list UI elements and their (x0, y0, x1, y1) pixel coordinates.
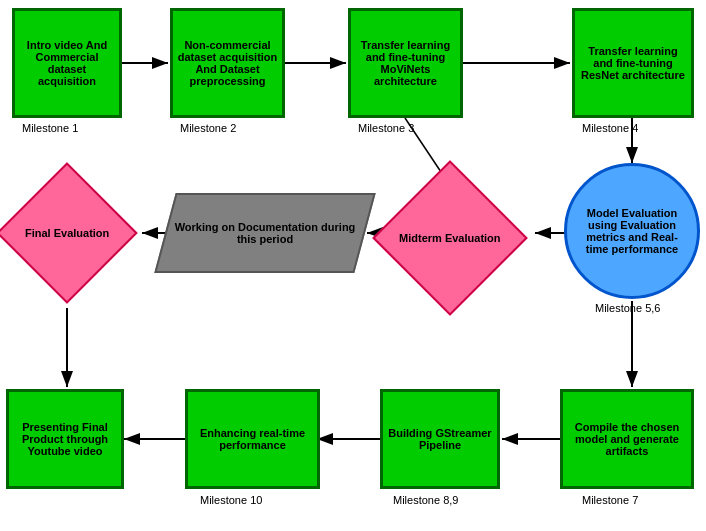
milestone1-label: Intro video And Commercial dataset acqui… (19, 39, 115, 87)
milestone7-label: Compile the chosen model and generate ar… (567, 421, 687, 457)
documentation-label: Working on Documentation during this per… (167, 221, 363, 245)
diagram: Intro video And Commercial dataset acqui… (0, 0, 706, 531)
milestone4-label: Transfer learning and fine-tuning ResNet… (579, 45, 687, 81)
milestone1-label-text: Milestone 1 (22, 122, 78, 134)
milestone3-label-text: Milestone 3 (358, 122, 414, 134)
milestone4-box: Transfer learning and fine-tuning ResNet… (572, 8, 694, 118)
milestone-present-label: Presenting Final Product through Youtube… (13, 421, 117, 457)
milestone-present-box: Presenting Final Product through Youtube… (6, 389, 124, 489)
milestone7-label-text: Milestone 7 (582, 494, 638, 506)
documentation-parallelogram: Working on Documentation during this per… (154, 193, 375, 273)
milestone1-box: Intro video And Commercial dataset acqui… (12, 8, 122, 118)
milestone3-label: Transfer learning and fine-tuning MoViNe… (355, 39, 456, 87)
final-evaluation-diamond: Final Evaluation (0, 162, 138, 303)
final-eval-label: Final Evaluation (23, 225, 111, 241)
milestone10-label-text: Milestone 10 (200, 494, 262, 506)
milestone89-box: Building GStreamer Pipeline (380, 389, 500, 489)
midterm-evaluation-diamond: Midterm Evaluation (372, 160, 528, 316)
milestone2-label: Non-commercial dataset acquisition And D… (177, 39, 278, 87)
model-evaluation-circle: Model Evaluation using Evaluation metric… (564, 163, 700, 299)
midterm-eval-label: Midterm Evaluation (397, 230, 502, 246)
milestone56-label-text: Milestone 5,6 (595, 302, 660, 314)
milestone7-box: Compile the chosen model and generate ar… (560, 389, 694, 489)
milestone2-box: Non-commercial dataset acquisition And D… (170, 8, 285, 118)
milestone89-label-text: Milestone 8,9 (393, 494, 458, 506)
milestone3-box: Transfer learning and fine-tuning MoViNe… (348, 8, 463, 118)
model-evaluation-label: Model Evaluation using Evaluation metric… (575, 207, 689, 255)
milestone2-label-text: Milestone 2 (180, 122, 236, 134)
milestone4-label-text: Milestone 4 (582, 122, 638, 134)
milestone89-label: Building GStreamer Pipeline (387, 427, 493, 451)
milestone10-box: Enhancing real-time performance (185, 389, 320, 489)
milestone10-label: Enhancing real-time performance (192, 427, 313, 451)
